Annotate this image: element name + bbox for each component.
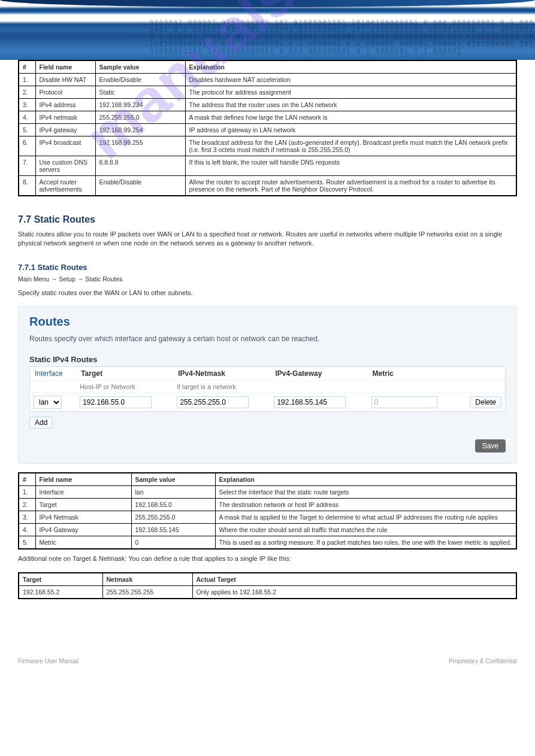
- table-row: 1.Disable HW NATEnable/DisableDisables h…: [19, 74, 516, 86]
- single-ip-example-table: Target Netmask Actual Target 192.168.55.…: [18, 572, 517, 599]
- col-expl: Explanation: [215, 473, 516, 486]
- col-netmask: IPv4-Netmask: [173, 367, 270, 381]
- col-mask: Netmask: [102, 573, 192, 586]
- col-num: #: [19, 60, 35, 74]
- add-button[interactable]: Add: [29, 417, 53, 429]
- save-button[interactable]: Save: [475, 439, 506, 453]
- hint-target: Host-IP or Network: [76, 381, 173, 393]
- table3-intro: Additional note on Target & Netmask: You…: [18, 554, 517, 563]
- table-row: 5.Metric0This is used as a sorting measu…: [19, 536, 516, 549]
- routes-grid: Interface Target IPv4-Netmask IPv4-Gatew…: [29, 366, 506, 412]
- col-interface: Interface: [30, 367, 77, 381]
- col-metric: Metric: [368, 367, 458, 381]
- col-field: Field name: [35, 60, 95, 74]
- panel-subtitle: Routes specify over which interface and …: [29, 335, 506, 343]
- table-row: 3.IPv4 address192.168.99.234The address …: [19, 99, 516, 111]
- delete-button[interactable]: Delete: [470, 396, 501, 408]
- metric-input[interactable]: [371, 396, 437, 408]
- page-footer: Firmware User Manual Proprietary & Confi…: [18, 658, 517, 664]
- table-row: 6.IPv4 broadcast192.168.99.255The broadc…: [19, 136, 516, 156]
- subsection-desc: Specify static routes over the WAN or LA…: [18, 289, 517, 297]
- table-row: 4.IPv4 Gateway192.168.55.145Where the ro…: [19, 524, 516, 536]
- table-row: 7.Use custom DNS servers8.8.8.8If this i…: [19, 156, 516, 176]
- footer-left: Firmware User Manual: [18, 658, 78, 664]
- section-heading: 7.7 Static Routes: [18, 214, 517, 225]
- interface-select[interactable]: lan: [34, 396, 62, 409]
- col-target: Target: [76, 367, 173, 381]
- header-banner: 0000001 000001 0101000001 101 0100000110…: [0, 0, 535, 60]
- table-row: 3.IPv4 Netmask255.255.255.0A mask that i…: [19, 511, 516, 524]
- table-row: 1.InterfacelanSelect the interface that …: [19, 486, 516, 499]
- lan-fields-table: # Field name Sample value Explanation 1.…: [18, 60, 517, 196]
- gateway-input[interactable]: [274, 396, 346, 408]
- col-sample: Sample value: [95, 60, 185, 74]
- breadcrumb: Main Menu → Setup → Static Routes: [18, 275, 517, 283]
- table-row: 2.Target192.168.55.0The destination netw…: [19, 499, 516, 511]
- col-field: Field name: [35, 473, 131, 486]
- col-target: Target: [19, 573, 102, 586]
- section-intro: Static routes allow you to route IP pack…: [18, 230, 517, 248]
- table-row: 2.ProtocolStaticThe protocol for address…: [19, 86, 516, 99]
- footer-right: Proprietary & Confidential: [449, 658, 517, 664]
- target-input[interactable]: [80, 396, 152, 408]
- col-gateway: IPv4-Gateway: [270, 367, 367, 381]
- hint-netmask: if target is a network: [173, 381, 270, 393]
- col-expl: Explanation: [185, 60, 516, 74]
- panel-section-title: Static IPv4 Routes: [29, 355, 506, 364]
- banner-bits-decor: 0000001 000001 0101000001 101 0100000110…: [150, 19, 535, 55]
- routes-fields-table: # Field name Sample value Explanation 1.…: [18, 472, 517, 549]
- table-row: 4.IPv4 netmask255.255.255.0A mask that d…: [19, 111, 516, 124]
- panel-title: Routes: [29, 315, 506, 329]
- col-actual: Actual Target: [192, 573, 516, 586]
- table-row: 192.168.55.2 255.255.255.255 Only applie…: [19, 585, 516, 599]
- col-num: #: [19, 473, 35, 486]
- table-row: 5.IPv4 gateway192.168.99.254IP address o…: [19, 124, 516, 136]
- route-row: lan Delete: [30, 393, 506, 412]
- netmask-input[interactable]: [177, 396, 249, 408]
- routes-screenshot-panel: Routes Routes specify over which interfa…: [18, 306, 517, 464]
- table-row: 8.Accept router advertisementsEnable/Dis…: [19, 176, 516, 196]
- col-sample: Sample value: [131, 473, 215, 486]
- subsection-heading: 7.7.1 Static Routes: [18, 263, 517, 272]
